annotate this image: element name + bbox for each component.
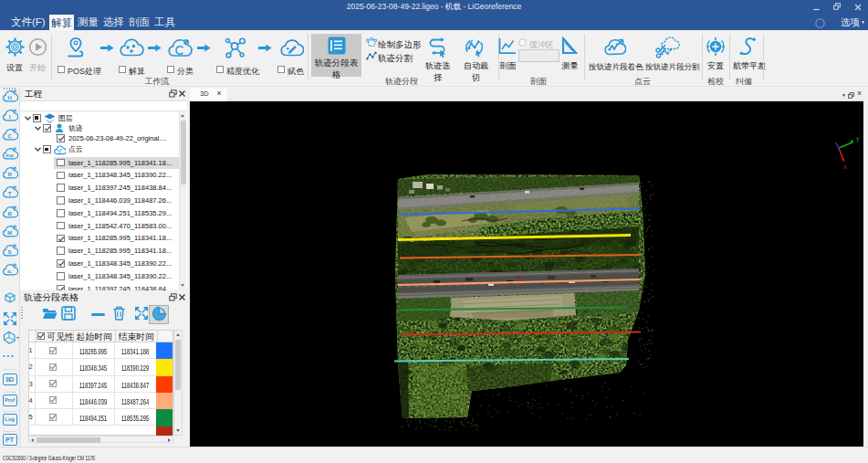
- svg-text:y: y: [856, 135, 860, 142]
- svg-text:I: I: [9, 114, 11, 120]
- svg-text:T: T: [8, 191, 12, 196]
- svg-text:R: R: [7, 172, 12, 177]
- svg-text:RGB: RGB: [6, 154, 14, 158]
- svg-text:EL: EL: [7, 270, 12, 274]
- svg-text:M: M: [7, 230, 12, 236]
- svg-text:S: S: [8, 249, 12, 255]
- svg-text:B: B: [7, 211, 12, 216]
- svg-text:x: x: [843, 163, 847, 170]
- svg-text:C: C: [7, 133, 12, 139]
- svg-text:H: H: [7, 95, 11, 100]
